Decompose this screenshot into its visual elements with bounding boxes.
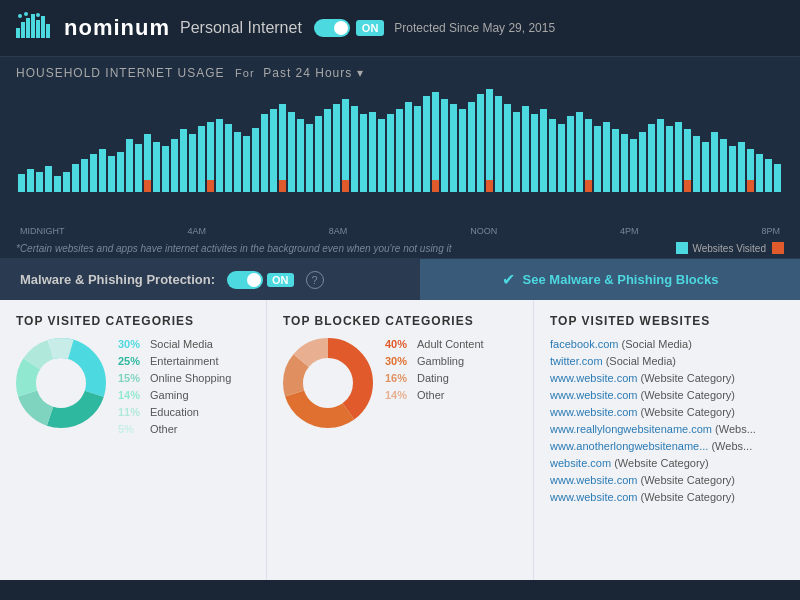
svg-rect-18 (90, 154, 97, 192)
svg-rect-65 (513, 112, 520, 192)
visited-categories-title: TOP VISITED CATEGORIES (16, 314, 250, 328)
svg-rect-57 (441, 99, 448, 192)
svg-rect-39 (279, 104, 286, 192)
list-item: facebook.com (Social Media) (550, 338, 784, 350)
list-item: twitter.com (Social Media) (550, 355, 784, 367)
svg-rect-86 (702, 142, 709, 192)
website-link[interactable]: www.website.com (550, 372, 637, 384)
svg-rect-89 (729, 146, 736, 192)
list-item: www.website.com (Website Category) (550, 491, 784, 503)
svg-rect-72 (576, 112, 583, 192)
svg-rect-87 (711, 132, 718, 192)
list-item: 14% Gaming (118, 389, 231, 401)
visited-donut-chart (16, 338, 106, 428)
svg-rect-25 (153, 142, 160, 192)
chart-note: *Certain websites and apps have internet… (16, 243, 452, 254)
svg-rect-40 (288, 112, 295, 192)
svg-rect-6 (46, 24, 50, 38)
protection-toggle[interactable]: ON (314, 19, 385, 37)
toggle-knob (334, 21, 348, 35)
legend-blocked (772, 242, 784, 254)
protected-text: Protected Since May 29, 2015 (394, 21, 555, 35)
website-link[interactable]: www.reallylongwebsitename.com (550, 423, 712, 435)
website-link[interactable]: www.anotherlongwebsitename... (550, 440, 708, 452)
list-item: www.website.com (Website Category) (550, 372, 784, 384)
svg-rect-101 (585, 180, 592, 192)
svg-rect-102 (684, 180, 691, 192)
svg-rect-22 (126, 139, 133, 192)
svg-rect-32 (216, 119, 223, 192)
svg-rect-61 (477, 94, 484, 192)
svg-rect-85 (693, 136, 700, 192)
usage-chart (0, 84, 800, 224)
svg-rect-60 (468, 102, 475, 192)
svg-rect-30 (198, 126, 205, 192)
svg-rect-46 (342, 99, 349, 192)
svg-rect-81 (657, 119, 664, 192)
svg-rect-99 (432, 180, 439, 192)
svg-rect-33 (225, 124, 232, 192)
website-link[interactable]: facebook.com (550, 338, 618, 350)
svg-rect-41 (297, 119, 304, 192)
website-link[interactable]: www.website.com (550, 389, 637, 401)
legend-teal-box (676, 242, 688, 254)
website-link[interactable]: twitter.com (550, 355, 603, 367)
svg-rect-26 (162, 146, 169, 192)
time-4am: 4AM (187, 226, 206, 236)
blocked-legend-list: 40% Adult Content 30% Gambling 16% Datin… (385, 338, 484, 406)
bar-chart-svg (16, 84, 784, 194)
malware-on-badge: ON (267, 273, 294, 287)
list-item: www.website.com (Website Category) (550, 406, 784, 418)
list-item: 16% Dating (385, 372, 484, 384)
time-noon: NOON (470, 226, 497, 236)
malware-toggle[interactable]: ON (227, 271, 294, 289)
list-item: 25% Entertainment (118, 355, 231, 367)
list-item: www.reallylongwebsitename.com (Webs... (550, 423, 784, 435)
svg-rect-37 (261, 114, 268, 192)
header: nominum Personal Internet ON Protected S… (0, 0, 800, 57)
list-item: 11% Education (118, 406, 231, 418)
svg-rect-94 (774, 164, 781, 192)
toggle-track[interactable] (314, 19, 350, 37)
malware-toggle-track[interactable] (227, 271, 263, 289)
svg-rect-5 (41, 16, 45, 38)
svg-rect-98 (342, 180, 349, 192)
for-label: For (235, 67, 255, 79)
svg-rect-45 (333, 104, 340, 192)
svg-rect-75 (603, 122, 610, 192)
website-link[interactable]: www.website.com (550, 406, 637, 418)
svg-rect-77 (621, 134, 628, 192)
svg-rect-82 (666, 126, 673, 192)
svg-rect-1 (21, 22, 25, 38)
list-item: 5% Other (118, 423, 231, 435)
website-link[interactable]: www.website.com (550, 474, 637, 486)
websites-title: TOP VISITED WEBSITES (550, 314, 784, 328)
help-icon[interactable]: ? (306, 271, 324, 289)
malware-right[interactable]: ✔ See Malware & Phishing Blocks (420, 259, 800, 300)
list-item: www.website.com (Website Category) (550, 474, 784, 486)
top-visited-websites: TOP VISITED WEBSITES facebook.com (Socia… (534, 300, 800, 580)
svg-point-7 (18, 14, 22, 18)
svg-rect-55 (423, 96, 430, 192)
svg-rect-0 (16, 28, 20, 38)
time-8am: 8AM (329, 226, 348, 236)
time-4pm: 4PM (620, 226, 639, 236)
svg-rect-64 (504, 104, 511, 192)
checkmark-icon: ✔ (502, 270, 515, 289)
svg-rect-90 (738, 142, 745, 192)
app-title: Personal Internet (180, 19, 302, 37)
malware-link[interactable]: See Malware & Phishing Blocks (523, 272, 719, 287)
website-link[interactable]: www.website.com (550, 491, 637, 503)
logo-icon (16, 10, 56, 46)
time-range-dropdown[interactable]: Past 24 Hours ▾ (263, 66, 363, 80)
website-link[interactable]: website.com (550, 457, 611, 469)
svg-point-110 (47, 369, 75, 397)
svg-rect-83 (675, 122, 682, 192)
list-item: website.com (Website Category) (550, 457, 784, 469)
visited-donut-area: 30% Social Media 25% Entertainment 15% O… (16, 338, 250, 440)
svg-point-8 (24, 12, 28, 16)
blocked-donut-area: 40% Adult Content 30% Gambling 16% Datin… (283, 338, 517, 428)
svg-rect-3 (31, 14, 35, 38)
svg-rect-20 (108, 156, 115, 192)
svg-rect-14 (54, 176, 61, 192)
